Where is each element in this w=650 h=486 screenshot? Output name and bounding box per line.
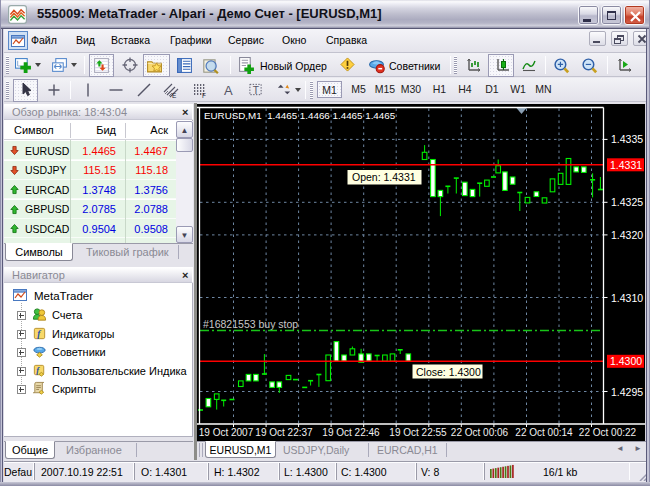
- svg-text:EURUSD,M1 1.4465 1.4466 1.446: EURUSD,M1 1.4465 1.4466 1.4465 1.4465: [204, 110, 396, 121]
- svg-text:1.4325: 1.4325: [611, 196, 643, 208]
- svg-text:T: T: [253, 85, 260, 96]
- svg-text:19 Oct 22:37: 19 Oct 22:37: [255, 427, 313, 438]
- svg-text:22 Oct 00:06: 22 Oct 00:06: [451, 427, 509, 438]
- svg-text:#16821553 buy stop: #16821553 buy stop: [203, 318, 298, 330]
- svg-text:1.4320: 1.4320: [611, 229, 643, 241]
- svg-text:19 Oct 2007: 19 Oct 2007: [199, 427, 254, 438]
- svg-text:A: A: [224, 83, 233, 98]
- svg-text:1.4335: 1.4335: [611, 133, 643, 145]
- svg-text:Close: 1.4300: Close: 1.4300: [416, 366, 481, 378]
- svg-text:19 Oct 22:46: 19 Oct 22:46: [322, 427, 380, 438]
- svg-text:1.4295: 1.4295: [611, 386, 643, 398]
- svg-text:F: F: [202, 92, 206, 99]
- svg-text:1.4310: 1.4310: [611, 292, 643, 304]
- svg-text:E: E: [172, 92, 177, 99]
- svg-text:1.4300: 1.4300: [610, 355, 642, 367]
- svg-text:22 Oct 00:14: 22 Oct 00:14: [515, 427, 573, 438]
- svg-text:1.4331: 1.4331: [610, 159, 642, 171]
- svg-text:19 Oct 22:55: 19 Oct 22:55: [389, 427, 447, 438]
- svg-text:Open: 1.4331: Open: 1.4331: [352, 171, 416, 183]
- svg-text:22 Oct 00:22: 22 Oct 00:22: [579, 427, 637, 438]
